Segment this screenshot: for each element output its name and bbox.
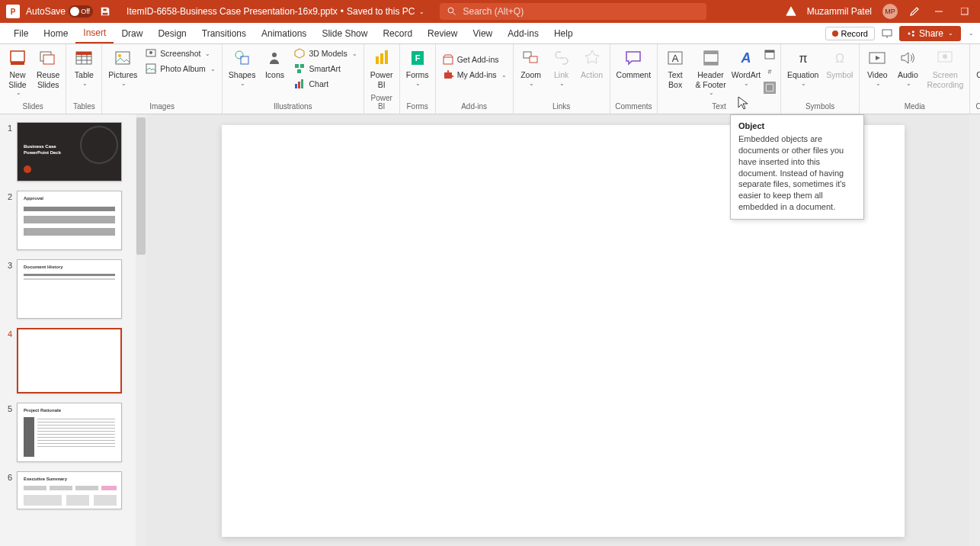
maximize-button[interactable]: [957, 4, 972, 19]
zoom-button[interactable]: Zoom⌄: [517, 46, 546, 88]
tab-view[interactable]: View: [465, 23, 500, 43]
slide-thumbnail-2[interactable]: Approval: [17, 191, 122, 250]
canvas-scrollbar[interactable]: [969, 114, 980, 546]
user-name[interactable]: Muzammil Patel: [807, 6, 872, 17]
ribbon: New Slide⌄ Reuse Slides Slides Table⌄ Ta…: [0, 44, 980, 114]
slide-number: 6: [3, 471, 12, 509]
svg-rect-48: [767, 85, 773, 91]
tab-record[interactable]: Record: [375, 23, 420, 43]
tab-insert[interactable]: Insert: [75, 23, 114, 43]
search-placeholder: Search (Alt+Q): [463, 6, 524, 17]
link-icon: [551, 47, 572, 69]
group-images: Pictures⌄ Screenshot⌄ Photo Album⌄ Image…: [102, 44, 222, 114]
user-avatar[interactable]: MP: [882, 4, 898, 19]
svg-rect-41: [704, 51, 718, 54]
audio-button[interactable]: Audio⌄: [893, 46, 922, 88]
svg-rect-6: [11, 51, 24, 62]
svg-rect-35: [444, 57, 453, 64]
shapes-button[interactable]: Shapes⌄: [226, 46, 259, 88]
3d-models-button[interactable]: 3D Models⌄: [290, 46, 360, 61]
chart-icon: [293, 78, 306, 90]
title-bar: P AutoSave Off ItemID-6658-Business Case…: [0, 0, 980, 23]
group-links: Zoom⌄ Link⌄ Action Links: [514, 44, 610, 114]
svg-rect-28: [298, 82, 300, 88]
object-button[interactable]: [764, 82, 776, 94]
svg-rect-26: [297, 69, 301, 73]
tab-slide-show[interactable]: Slide Show: [314, 23, 375, 43]
textbox-button[interactable]: A Text Box: [661, 46, 690, 91]
svg-rect-45: [765, 50, 774, 53]
zoom-icon: [520, 47, 542, 69]
svg-text:A: A: [672, 53, 679, 64]
new-slide-button[interactable]: New Slide⌄: [3, 46, 32, 98]
present-icon[interactable]: [881, 27, 893, 40]
tab-help[interactable]: Help: [546, 23, 581, 43]
svg-rect-30: [376, 56, 379, 64]
slide-thumbnails-pane[interactable]: 1 Business CasePowerPoint Deck 2 Approva…: [0, 114, 146, 546]
date-time-button[interactable]: [764, 48, 776, 60]
group-illustrations: Shapes⌄ Icons 3D Models⌄ SmartArt Chart …: [223, 44, 364, 114]
shapes-icon: [232, 47, 253, 69]
save-icon[interactable]: [99, 5, 111, 18]
screenshot-button[interactable]: Screenshot⌄: [142, 46, 219, 61]
svg-rect-32: [385, 50, 388, 64]
equation-button[interactable]: π Equation⌄: [784, 46, 821, 88]
smartart-button[interactable]: SmartArt: [290, 61, 360, 76]
svg-rect-7: [11, 62, 24, 65]
ribbon-tabs: File Home Insert Draw Design Transitions…: [0, 23, 980, 44]
pen-icon[interactable]: [908, 5, 921, 18]
cameo-button[interactable]: Cameo⌄: [973, 46, 980, 88]
share-button[interactable]: Share⌄: [899, 26, 961, 41]
svg-rect-4: [882, 30, 892, 36]
group-camera: Cameo⌄ Camera: [970, 44, 980, 114]
autosave-toggle[interactable]: AutoSave Off: [26, 5, 93, 18]
tab-animations[interactable]: Animations: [254, 23, 314, 43]
video-button[interactable]: Video⌄: [863, 46, 892, 88]
search-box[interactable]: Search (Alt+Q): [440, 3, 706, 20]
autosave-label: AutoSave: [26, 6, 66, 17]
record-button[interactable]: Record: [825, 27, 875, 40]
forms-button[interactable]: F Forms⌄: [403, 46, 432, 88]
pictures-button[interactable]: Pictures⌄: [105, 46, 140, 88]
tab-review[interactable]: Review: [420, 23, 465, 43]
tab-draw[interactable]: Draw: [114, 23, 150, 43]
slide-thumbnail-3[interactable]: Document History: [17, 259, 122, 319]
svg-rect-37: [530, 56, 537, 63]
photo-album-button[interactable]: Photo Album⌄: [142, 61, 219, 76]
chart-button[interactable]: Chart: [290, 76, 360, 92]
reuse-slides-button[interactable]: Reuse Slides: [34, 46, 62, 91]
wordart-button[interactable]: A WordArt⌄: [732, 46, 761, 88]
new-slide-icon: [7, 47, 28, 69]
header-footer-button[interactable]: Header & Footer⌄: [691, 46, 730, 98]
my-addins-button[interactable]: My Add-ins⌄: [439, 67, 510, 82]
slide-number-button[interactable]: #: [764, 65, 776, 77]
svg-rect-20: [146, 64, 155, 73]
slide-thumbnail-4[interactable]: [17, 328, 122, 393]
get-addins-button[interactable]: Get Add-ins: [439, 52, 510, 67]
table-button[interactable]: Table⌄: [69, 46, 98, 88]
reuse-slides-icon: [37, 47, 59, 69]
svg-line-1: [453, 13, 456, 15]
tab-addins[interactable]: Add-ins: [500, 23, 546, 43]
group-forms: F Forms⌄ Forms: [400, 44, 436, 114]
powerbi-button[interactable]: Power BI: [367, 46, 396, 91]
forms-icon: F: [407, 47, 428, 69]
tab-design[interactable]: Design: [150, 23, 194, 43]
powerbi-icon: [371, 47, 392, 69]
icons-button[interactable]: Icons: [260, 46, 289, 82]
tab-home[interactable]: Home: [36, 23, 75, 43]
comment-button[interactable]: Comment: [613, 46, 655, 82]
document-title[interactable]: ItemID-6658-Business Case Presentation-1…: [127, 6, 424, 17]
screen-recording-icon: [934, 47, 956, 69]
minimize-button[interactable]: [931, 4, 946, 19]
slide-thumbnail-5[interactable]: Project Rationale: [17, 403, 122, 462]
tab-file[interactable]: File: [6, 23, 36, 43]
slide-thumbnail-1[interactable]: Business CasePowerPoint Deck: [17, 122, 122, 181]
icons-icon: [264, 47, 285, 69]
slide-thumbnail-6[interactable]: Executive Summary: [17, 471, 122, 509]
thumbnails-scrollbar[interactable]: [136, 114, 146, 546]
slide-number: 1: [3, 122, 12, 181]
header-footer-icon: [700, 47, 722, 69]
screen-recording-button: Screen Recording: [924, 46, 966, 91]
tab-transitions[interactable]: Transitions: [194, 23, 254, 43]
